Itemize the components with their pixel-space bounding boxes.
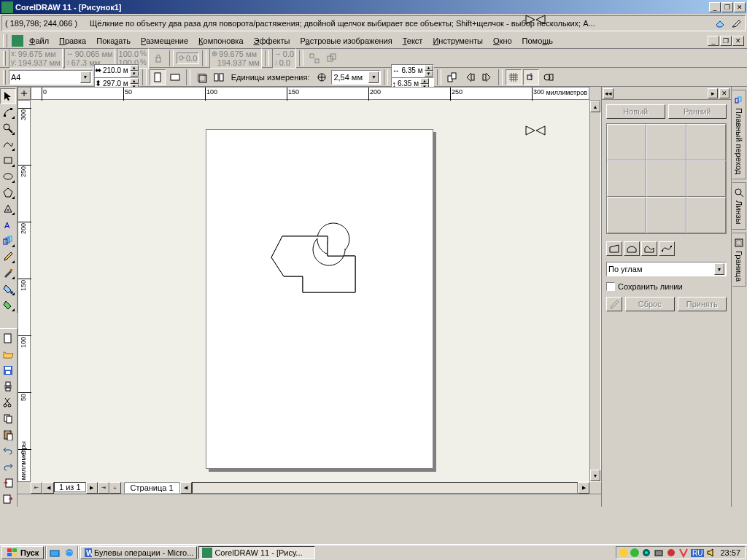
menu-edit[interactable]: Правка — [55, 35, 90, 47]
group-button[interactable] — [324, 50, 340, 66]
drawn-shape[interactable] — [268, 219, 370, 300]
page-frame-button[interactable] — [193, 69, 209, 85]
minimize-button[interactable]: _ — [709, 2, 721, 12]
bowtie-icon[interactable] — [525, 125, 744, 235]
toolbar-handle[interactable] — [3, 51, 6, 66]
tray-icon[interactable] — [678, 548, 689, 558]
apply-button[interactable]: Принять — [678, 297, 727, 311]
blend-tool[interactable] — [0, 233, 16, 249]
horizontal-scrollbar[interactable]: ⇤ ◀ 1 из 1 ▶ ⇥ + Страница 1 ◀ ▶ — [31, 482, 589, 494]
tray-icon[interactable] — [666, 548, 676, 558]
envelope-line-button[interactable] — [606, 241, 622, 256]
new-button[interactable] — [0, 330, 16, 346]
export-button[interactable] — [0, 491, 16, 507]
offset-right-button[interactable] — [479, 69, 495, 85]
docker-tab-border[interactable]: Граница — [732, 233, 746, 287]
landscape-button[interactable] — [167, 69, 183, 85]
restore-button[interactable]: ❐ — [721, 2, 733, 12]
shape-tool[interactable] — [0, 104, 16, 120]
outline-tool[interactable] — [0, 265, 16, 281]
tray-icon[interactable] — [641, 548, 651, 558]
quick-launch-ie[interactable] — [63, 546, 76, 559]
portrait-button[interactable] — [150, 69, 166, 85]
snap-grid-button[interactable] — [506, 69, 522, 85]
menu-layout[interactable]: Размещение — [136, 35, 193, 47]
redo-button[interactable] — [0, 459, 16, 475]
close-button[interactable]: ✕ — [734, 2, 746, 12]
keep-lines-checkbox[interactable]: Сохранить линии — [606, 282, 727, 291]
interactive-fill-tool[interactable] — [0, 297, 16, 313]
snap-button[interactable] — [306, 50, 322, 66]
eyedropper-button[interactable] — [606, 297, 622, 311]
chevron-down-icon[interactable]: ▼ — [80, 71, 90, 83]
page-layout-button[interactable] — [211, 69, 227, 85]
menu-text[interactable]: Текст — [398, 35, 427, 47]
tray-icon[interactable] — [630, 548, 639, 557]
dup-distance-button[interactable] — [444, 69, 460, 85]
mapping-mode-dropdown[interactable]: По углам▼ — [606, 262, 727, 276]
eyedropper-tool[interactable] — [0, 249, 16, 265]
units-dropdown[interactable]: 2,54 мм▼ — [331, 70, 381, 85]
quick-launch-desktop[interactable] — [48, 546, 61, 559]
rectangle-tool[interactable] — [0, 152, 16, 168]
page-width-spinner[interactable]: ⬌ 210.0 м▲▼ — [94, 64, 139, 77]
language-indicator[interactable]: RU — [691, 549, 704, 557]
scroll-left-button[interactable]: ◀ — [180, 482, 192, 494]
save-button[interactable] — [0, 362, 16, 378]
page-next-button[interactable]: ▶ — [86, 482, 98, 494]
menu-view[interactable]: Показать — [92, 35, 135, 47]
lock-ratio-button[interactable] — [150, 50, 166, 66]
nudge-x-spinner[interactable]: ↔ 6.35 м▲▼ — [391, 64, 433, 77]
paste-button[interactable] — [0, 427, 16, 443]
offset-left-button[interactable] — [462, 69, 478, 85]
toolbar-handle[interactable] — [3, 34, 7, 47]
menu-tools[interactable]: Инструменты — [428, 35, 487, 47]
menu-effects[interactable]: Эффекты — [249, 35, 295, 47]
chevron-down-icon[interactable]: ▼ — [714, 263, 724, 275]
doc-icon[interactable] — [12, 35, 23, 47]
tray-icon[interactable] — [654, 548, 664, 558]
envelope-free-button[interactable] — [659, 241, 675, 256]
envelope-arc-button[interactable] — [624, 241, 640, 256]
canvas[interactable] — [31, 100, 589, 482]
page-size-dropdown[interactable]: A4▼ — [9, 70, 93, 85]
fill-tool[interactable] — [0, 281, 16, 297]
pick-tool[interactable] — [0, 88, 16, 104]
print-button[interactable] — [0, 378, 16, 394]
menu-window[interactable]: Окно — [489, 35, 516, 47]
page-first-button[interactable]: ⇤ — [31, 482, 42, 494]
ellipse-tool[interactable] — [0, 168, 16, 184]
reset-button[interactable]: Сброс — [625, 297, 675, 311]
cut-button[interactable] — [0, 394, 16, 411]
taskbar-task-corel[interactable]: CorelDRAW 11 - [Рису... — [198, 546, 315, 559]
polygon-tool[interactable] — [0, 184, 16, 201]
menu-bitmaps[interactable]: Растровые изображения — [296, 35, 397, 47]
ruler-origin[interactable] — [18, 87, 31, 100]
ruler-horizontal[interactable]: миллиметров 050100150200250300 — [31, 87, 589, 100]
freehand-tool[interactable] — [0, 136, 16, 152]
clock[interactable]: 23:57 — [719, 548, 742, 557]
scroll-right-button[interactable]: ▶ — [578, 482, 589, 494]
taskbar-task-word[interactable]: W Булевы операции - Micro... — [80, 546, 197, 559]
page-last-button[interactable]: ⇥ — [98, 482, 109, 494]
ruler-vertical[interactable]: миллиметры 300250200150100500 — [18, 100, 31, 482]
page-add-button[interactable]: + — [109, 482, 121, 494]
tray-icon[interactable] — [619, 548, 628, 557]
start-button[interactable]: Пуск — [1, 546, 44, 559]
menu-file[interactable]: ФФайлайл — [25, 35, 53, 47]
bowtie-icon[interactable] — [525, 15, 744, 124]
volume-icon[interactable] — [706, 548, 716, 558]
undo-button[interactable] — [0, 443, 16, 459]
basic-shapes-tool[interactable] — [0, 201, 16, 217]
toolbar-handle[interactable] — [3, 70, 6, 85]
open-button[interactable] — [0, 346, 16, 362]
text-tool[interactable]: A — [0, 217, 16, 233]
menu-arrange[interactable]: Компоновка — [194, 35, 247, 47]
copy-button[interactable] — [0, 411, 16, 427]
import-button[interactable] — [0, 475, 16, 491]
chevron-down-icon[interactable]: ▼ — [368, 71, 379, 83]
envelope-wave-button[interactable] — [641, 241, 657, 256]
page-prev-button[interactable]: ◀ — [42, 482, 54, 494]
scroll-down-button[interactable]: ▼ — [590, 470, 600, 481]
page-tab[interactable]: Страница 1 — [124, 482, 180, 493]
